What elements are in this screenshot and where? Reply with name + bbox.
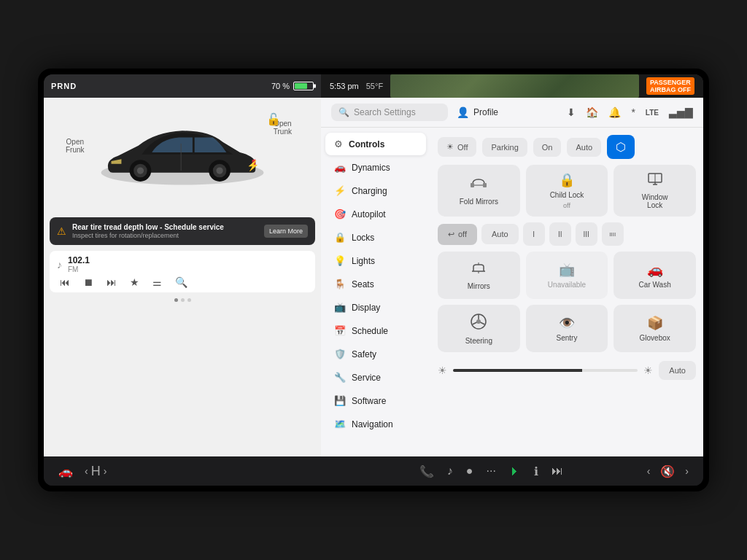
- alert-icon: ⚠: [57, 225, 66, 237]
- child-lock-card[interactable]: 🔒 Child Lock off: [526, 165, 608, 217]
- window-lock-card[interactable]: WindowLock: [614, 165, 696, 217]
- wiper-auto-btn[interactable]: Auto: [481, 224, 519, 244]
- music-note-icon: ♪: [57, 259, 62, 271]
- nav-dynamics[interactable]: 🚗 Dynamics: [325, 156, 426, 179]
- headlight-on-btn[interactable]: On: [533, 138, 562, 157]
- nav-left-arrow[interactable]: ‹: [85, 465, 88, 477]
- car-icon[interactable]: 🚗: [58, 464, 73, 478]
- headlight-auto-btn[interactable]: Auto: [567, 138, 601, 157]
- equalizer-button[interactable]: ⚌: [152, 276, 162, 288]
- headlight-highbeam-btn[interactable]: ⬡: [607, 135, 635, 159]
- music-details: 102.1 FM: [68, 255, 90, 273]
- nav-display[interactable]: 📺 Display: [325, 296, 426, 319]
- nav-lights[interactable]: 💡 Lights: [325, 249, 426, 272]
- nav-center: H: [91, 464, 101, 479]
- svg-point-13: [476, 319, 481, 324]
- profile-section[interactable]: 👤 Profile: [457, 106, 498, 118]
- wiper-speed-1-btn[interactable]: I: [523, 222, 545, 246]
- music-icon[interactable]: ♪: [447, 464, 453, 478]
- taskbar-next[interactable]: ›: [685, 465, 689, 477]
- unavailable-card: 📺 Unavailable: [526, 252, 608, 299]
- svg-line-16: [481, 322, 485, 324]
- navigation-icon: 🗺️: [334, 419, 346, 429]
- taskbar: 🚗 ‹ H › 📞 ♪ ● ··· ⏵ ℹ ⏭ ‹ 🔇 ›: [44, 456, 703, 486]
- glovebox-icon: 📦: [647, 315, 663, 331]
- fold-mirrors-card[interactable]: Fold Mirrors: [438, 165, 520, 217]
- bluetooth-icon[interactable]: *: [631, 106, 635, 118]
- nav-navigation[interactable]: 🗺️ Navigation: [325, 413, 426, 435]
- nav-safety[interactable]: 🛡️ Safety: [325, 343, 426, 365]
- service-label: Service: [352, 373, 381, 383]
- mirrors-label: Mirrors: [468, 282, 490, 290]
- brightness-low-icon: ☀: [438, 365, 447, 376]
- nav-locks[interactable]: 🔒 Locks: [325, 226, 426, 249]
- lte-badge: LTE: [646, 109, 659, 117]
- glovebox-card[interactable]: 📦 Glovebox: [614, 305, 696, 352]
- wiper-off-btn[interactable]: ↩ off: [438, 224, 477, 245]
- music-controls: ⏮ ⏹ ⏭ ★ ⚌ 🔍: [57, 276, 308, 288]
- nav-arrows: ‹ H ›: [85, 464, 107, 479]
- autopilot-label: Autopilot: [352, 209, 386, 219]
- search-music-button[interactable]: 🔍: [175, 276, 187, 288]
- info-icon[interactable]: ℹ: [534, 464, 538, 478]
- taskbar-prev[interactable]: ‹: [647, 465, 651, 477]
- nav-software[interactable]: 💾 Software: [325, 389, 426, 412]
- locks-label: Locks: [352, 233, 374, 243]
- schedule-label: Schedule: [352, 326, 388, 336]
- car-wash-icon: 🚗: [647, 262, 663, 278]
- nav-seats[interactable]: 🪑 Seats: [325, 273, 426, 295]
- mirrors-card[interactable]: Mirrors: [438, 252, 520, 299]
- brightness-auto-btn[interactable]: Auto: [659, 361, 696, 380]
- nav-service[interactable]: 🔧 Service: [325, 366, 426, 389]
- right-panel: 🔍 Search Settings 👤 Profile ⬇ 🏠 🔔 * LTE …: [321, 98, 703, 456]
- brightness-row: ☀ ☀ Auto: [438, 358, 696, 383]
- car-wash-card[interactable]: 🚗 Car Wash: [614, 252, 696, 299]
- nav-right-arrow[interactable]: ›: [104, 465, 107, 477]
- car-wash-label: Car Wash: [639, 281, 671, 289]
- sentry-card[interactable]: 👁️ Sentry: [526, 305, 608, 352]
- stop-button[interactable]: ⏹: [83, 276, 93, 288]
- play-icon[interactable]: ⏭: [551, 464, 563, 478]
- learn-more-button[interactable]: Learn More: [264, 225, 308, 238]
- dot-2: [181, 298, 185, 302]
- headlight-off-btn[interactable]: ☀ Off: [438, 137, 476, 157]
- page-dots: [44, 295, 321, 305]
- steering-card[interactable]: Steering: [438, 305, 520, 352]
- download-icon[interactable]: ⬇: [567, 106, 576, 118]
- mute-icon[interactable]: 🔇: [660, 464, 675, 478]
- nav-schedule[interactable]: 📅 Schedule: [325, 319, 426, 342]
- fold-mirrors-icon: [470, 176, 487, 195]
- phone-icon[interactable]: 📞: [419, 464, 434, 478]
- taskbar-center: 📞 ♪ ● ··· ⏵ ℹ ⏭: [336, 464, 647, 478]
- unavailable-icon: 📺: [559, 262, 575, 278]
- profile-label: Profile: [473, 107, 498, 117]
- main-content: Open Frunk Open Trunk 🔓 ⚡: [44, 98, 703, 456]
- window-lock-icon: [647, 172, 663, 190]
- favorite-button[interactable]: ★: [130, 276, 139, 288]
- camera-icon[interactable]: ●: [466, 464, 473, 478]
- home-icon[interactable]: 🏠: [586, 106, 598, 118]
- brightness-slider[interactable]: [453, 369, 638, 372]
- settings-nav: ⚙ Controls 🚗 Dynamics ⚡ Charging 🎯: [321, 128, 430, 456]
- more-icon[interactable]: ···: [486, 464, 495, 478]
- wiper-icon: ↩: [448, 230, 454, 239]
- bell-icon[interactable]: 🔔: [608, 106, 621, 118]
- svg-rect-9: [483, 183, 487, 187]
- prev-track-button[interactable]: ⏮: [60, 276, 70, 288]
- mirrors-icon: [470, 261, 487, 279]
- wiper-speed-3-btn[interactable]: III: [576, 222, 597, 246]
- music-panel: ♪ 102.1 FM ⏮ ⏹ ⏭ ★ ⚌ 🔍: [50, 251, 315, 292]
- headlight-parking-btn[interactable]: Parking: [482, 138, 527, 157]
- nav-charging[interactable]: ⚡ Charging: [325, 179, 426, 202]
- wiper-speed-4-btn[interactable]: IIII: [602, 222, 624, 246]
- spotify-icon[interactable]: ⏵: [509, 464, 521, 478]
- search-box[interactable]: 🔍 Search Settings: [331, 104, 448, 121]
- nav-autopilot[interactable]: 🎯 Autopilot: [325, 203, 426, 225]
- charging-label: Charging: [352, 186, 387, 196]
- open-frunk-label[interactable]: Open Frunk: [66, 138, 85, 154]
- next-track-button[interactable]: ⏭: [107, 276, 117, 288]
- wiper-row: ↩ off Auto I II III IIII: [438, 222, 696, 246]
- nav-controls[interactable]: ⚙ Controls: [325, 133, 426, 155]
- child-lock-label: Child Lock: [550, 191, 584, 199]
- wiper-speed-2-btn[interactable]: II: [549, 222, 571, 246]
